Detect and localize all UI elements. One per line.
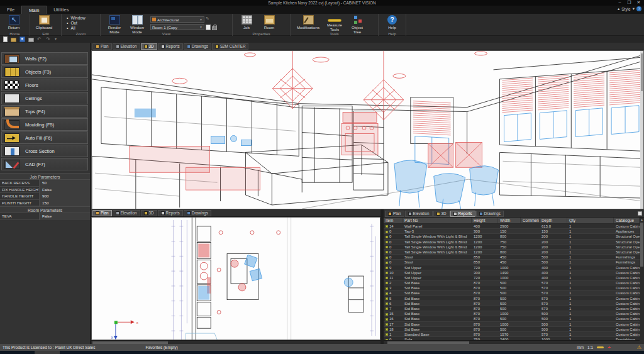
measure-tools-button[interactable]: Measure Tools (323, 14, 346, 31)
column-header-width[interactable]: Width (498, 218, 521, 223)
collapse-ribbon-icon[interactable]: ▴ (618, 6, 619, 11)
maximize-button[interactable]: ❐ (625, 0, 633, 5)
undo-icon[interactable]: ↶ (37, 36, 43, 42)
tab-threed[interactable]: 3D (433, 211, 450, 217)
parameter-value[interactable]: 150 (39, 200, 90, 207)
table-row[interactable]: 18Std Base8705005001Custom Cabinets (384, 327, 640, 332)
table-row[interactable]: 0Stool8504505001Furnishings (384, 260, 640, 265)
tab-elevation[interactable]: Elevation (405, 211, 433, 217)
ribbon-tab-main[interactable]: Main (21, 6, 47, 14)
sidebar-item-cad[interactable]: CAD (F7) (1, 158, 88, 170)
parameter-row[interactable]: TEVAFalse (0, 213, 90, 220)
tab-plan[interactable]: Plan (92, 43, 112, 50)
table-row[interactable]: 7Std Base8705005701Custom Cabinets (384, 306, 640, 311)
warning-icon[interactable]: ⚠ (637, 345, 641, 350)
clipboard-button[interactable]: Clipboard (33, 14, 55, 30)
ribbon-tab-file[interactable]: File (0, 6, 21, 14)
tab-s2m[interactable]: S2M CENTER (212, 43, 249, 50)
table-row[interactable]: 9Std Upper72010004001Custom Cabinets (384, 265, 640, 270)
table-row[interactable]: 0Tall Single Window With Light & Blind12… (384, 234, 640, 239)
vertical-scrollbar[interactable]: ▲ (640, 218, 644, 340)
sidebar-item-cross[interactable]: Cross Section (1, 145, 88, 157)
parameter-value[interactable]: 900 (39, 193, 90, 200)
tab-reports[interactable]: Reports (450, 211, 475, 217)
sidebar-item-floors[interactable]: Floors (1, 79, 88, 91)
table-row[interactable]: 11Std Upper72010004001Custom Cabinets (384, 275, 640, 280)
plan-viewport[interactable]: x y (91, 217, 380, 340)
parameter-value[interactable]: False (39, 213, 90, 220)
tab-drawings[interactable]: Drawings (476, 211, 504, 217)
help-icon[interactable]: ? (636, 6, 641, 11)
table-row[interactable]: 0Tall Single Window With Light & Blind12… (384, 245, 640, 250)
sidebar-item-moulding[interactable]: Moulding (F5) (1, 118, 88, 131)
vertical-scrollbar[interactable] (640, 51, 643, 209)
new-file-icon[interactable] (3, 36, 8, 42)
parameter-row[interactable]: FIX HANDLE HEIGHTFalse (0, 187, 90, 194)
tab-plan[interactable]: Plan (385, 211, 404, 217)
close-button[interactable]: ✕ (635, 0, 643, 5)
parameter-row[interactable]: PLINTH HEIGHT150 (0, 200, 90, 207)
table-row[interactable]: 0Tall Single Window With Light & Blind12… (384, 240, 640, 245)
tab-plan[interactable]: Plan (92, 210, 112, 216)
parameter-row[interactable]: HANDLE HEIGHT900 (0, 193, 90, 200)
measure-toggle-icon[interactable] (597, 346, 604, 348)
table-row[interactable]: 0Tall Single Window With Light & Blind12… (384, 250, 640, 255)
table-row[interactable]: 15Std Base87010005001Custom Cabinets (384, 311, 640, 316)
table-row[interactable]: 2Std Base8705005701Custom Cabinets (384, 280, 640, 285)
tab-elevation[interactable]: Elevation (113, 43, 140, 50)
chevron-down-icon[interactable]: ▾ (55, 36, 60, 42)
column-header-catalogue[interactable]: Catalogue (614, 218, 640, 223)
sidebar-item-ceilings[interactable]: Ceilings (1, 92, 88, 104)
column-header-qty[interactable]: Qty (567, 218, 614, 223)
table-row[interactable]: 3Std Base8705005701Custom Cabinets (384, 285, 640, 290)
room-properties-button[interactable]: Room (258, 14, 280, 30)
sidebar-item-walls[interactable]: Walls (F2) (1, 52, 88, 65)
lock-icon[interactable] (212, 26, 217, 30)
sidebar-item-tops[interactable]: Tops (F4) (1, 105, 88, 118)
favorites-label[interactable]: Favorites (Empty) (145, 345, 177, 350)
open-file-icon[interactable] (11, 38, 16, 42)
column-header-depth[interactable]: Depth (540, 218, 567, 223)
minimize-button[interactable]: – (616, 0, 624, 5)
style-selector[interactable]: ▴ Style ▾ ? (618, 6, 641, 11)
edit-view-icon[interactable]: ✎ (206, 16, 212, 23)
table-row[interactable]: 16Std Base8705005001Custom Cabinets (384, 316, 640, 321)
save-icon[interactable] (19, 36, 25, 42)
tab-elevation[interactable]: Elevation (113, 210, 140, 216)
table-row[interactable]: 14Wall Panel4002900615.81Custom Cabinets (384, 224, 640, 229)
zoom-out-button[interactable]: Out (67, 21, 86, 25)
modifications-button[interactable]: Modifications (293, 14, 323, 30)
parameter-row[interactable]: BACK RECESS50 (0, 180, 90, 187)
drag-handle[interactable] (140, 345, 143, 350)
help-button[interactable]: ? Help (381, 14, 403, 30)
column-header-height[interactable]: Height (472, 218, 498, 223)
3d-viewport[interactable] (91, 50, 644, 209)
return-button[interactable]: ↖ Return (3, 14, 25, 30)
view-style-dropdown[interactable]: Architectural ▼ (150, 16, 204, 23)
sidebar-item-objects[interactable]: Objects (F3) (1, 65, 88, 78)
add-icon[interactable]: + (608, 345, 611, 350)
table-row[interactable]: 17Std Base87010005001Custom Cabinets (384, 322, 640, 327)
room-dropdown[interactable]: Room 1 (Copy ▼ (150, 24, 204, 30)
tab-reports[interactable]: Reports (158, 43, 183, 50)
table-row[interactable]: 4Std Base8705005701Custom Cabinets (384, 290, 640, 296)
parts-table[interactable]: 14Wall Panel4002900615.81Custom Cabinets… (384, 224, 640, 340)
table-row[interactable]: 6Std Base8705005701Custom Cabinets (384, 301, 640, 306)
tab-threed[interactable]: 3D (141, 43, 157, 50)
table-row[interactable]: 0Tap-33001501501Appliances (384, 229, 640, 234)
new-room-icon[interactable] (206, 25, 211, 30)
redo-icon[interactable]: ↷ (46, 36, 52, 42)
tab-reports[interactable]: Reports (158, 210, 183, 216)
table-row[interactable]: 10Std Upper30014904001Custom Cabinets (384, 270, 640, 275)
tab-drawings[interactable]: Drawings (184, 43, 211, 50)
column-header-part-no[interactable]: Part No (402, 218, 472, 223)
print-icon[interactable] (28, 38, 34, 42)
panel-menu-button[interactable] (638, 211, 642, 216)
table-row[interactable]: 1Standard Base87015705701Custom Cabinets (384, 332, 640, 337)
tab-threed[interactable]: 3D (141, 210, 157, 216)
sidebar-item-autofill[interactable]: Auto Fill (F6) (1, 131, 88, 144)
job-properties-button[interactable]: Job (235, 14, 258, 30)
table-row[interactable]: 5Std Base8705005701Custom Cabinets (384, 296, 640, 301)
column-header-comment[interactable]: Comment (521, 218, 540, 223)
column-header-item[interactable]: Item (384, 218, 402, 223)
